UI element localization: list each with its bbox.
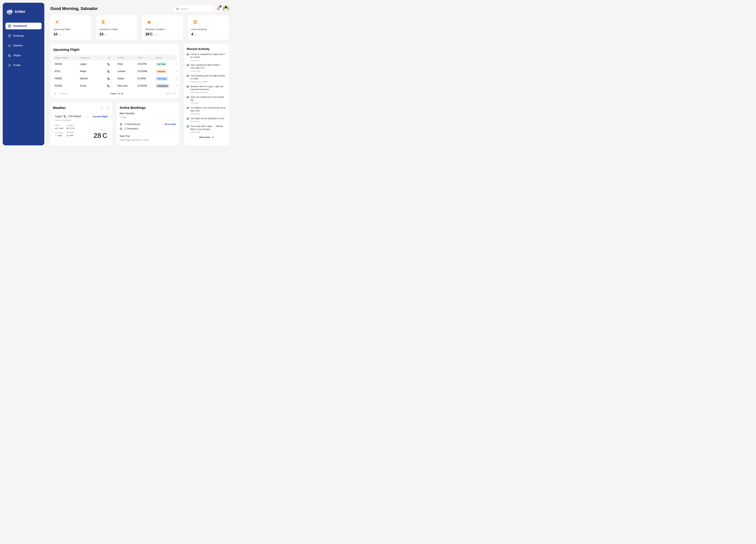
flight-number: AR204 (55, 63, 80, 65)
weather-title: Weather (53, 106, 100, 110)
activity-item: Weather alert for Lagos: Light rain expe… (187, 85, 226, 94)
activity-time: Yesterday at 2:09PM (190, 81, 226, 83)
stat-card-checked-in: Checked-in Flight 23 Flight (96, 15, 137, 40)
all-on-time-note: All on time (165, 123, 176, 125)
stat-cards: Upcoming Flight 10 Flight Checked-in Fli… (50, 15, 229, 40)
row-menu-button[interactable] (173, 70, 180, 73)
page-indicator: Page 1 of 10 (69, 92, 164, 95)
activity-item: You added a new international trip to Ne… (187, 106, 226, 115)
departure-city: Nairobi (80, 77, 104, 80)
sun-cloud-gradient-icon (145, 18, 153, 25)
next-label[interactable]: Next (166, 92, 171, 95)
table-row[interactable]: SG302 Accra New york 11:55AM Scheduled (53, 82, 177, 90)
previous-label[interactable]: Previous (59, 92, 68, 95)
sidebar-item-label: Profile (13, 64, 21, 67)
main-number-label: Main Number: (120, 112, 176, 115)
row-menu-button[interactable] (173, 84, 180, 88)
status-badge: Scheduled (156, 84, 169, 88)
sidebar-item-label: Dashboard (13, 24, 27, 28)
upcoming-flight-title: Upcoming Flight (53, 48, 177, 52)
degree-symbol: ° (101, 129, 102, 132)
stat-title: Upcoming Flight (53, 28, 88, 31)
next-trip-label: Next Trip: (120, 135, 176, 138)
bullet-icon (187, 64, 189, 66)
app-name: AirNet (15, 10, 25, 14)
stat-suffix: Trips (193, 34, 197, 36)
visibility-label: Visibility (67, 124, 85, 127)
previous-page-button[interactable] (53, 91, 57, 96)
domestics-count: 2 Domestics (125, 127, 138, 130)
table-row[interactable]: KS11 Abuja London 10:20AM Delayed (53, 68, 177, 75)
uv-label: UV Index (55, 132, 67, 134)
arrival-city: Paris (117, 63, 137, 65)
plane-icon (104, 56, 117, 59)
sidebar-item-flights[interactable]: Flights (5, 52, 42, 59)
sidebar-item-weather[interactable]: Weather (5, 42, 42, 49)
col-departure: Departure (80, 56, 104, 59)
wind-label: Wind (55, 124, 67, 127)
sidebar-item-dashboard[interactable]: Dashboard (5, 23, 42, 29)
bullet-icon (187, 75, 189, 77)
weather-city: Lagos (55, 115, 62, 118)
stat-title: Weather Condition (145, 28, 180, 31)
active-bookings-title: Active Bookings (120, 106, 176, 110)
arrow-right-icon (212, 136, 214, 139)
flight-number: FN893 (55, 77, 80, 80)
sidebar-item-bookings[interactable]: Bookings (5, 33, 42, 39)
notification-badge: 3 (219, 5, 222, 8)
stat-value: 10 (53, 32, 57, 36)
activity-item: Price drop alert: Lagos → Nairobi flight… (187, 125, 226, 134)
activity-text: Price drop alert: Lagos → Nairobi flight… (190, 125, 226, 131)
plane-landing-icon (8, 54, 11, 57)
degree-symbol: ° (149, 33, 150, 35)
activity-text: You added a new international trip to Ne… (190, 106, 226, 112)
next-trip-value: Dubai flight departs in 3 days (120, 139, 176, 141)
plane-landing-icon (104, 63, 117, 66)
flight-time: 3:45 PM (137, 63, 156, 65)
activity-time: 1/11/2025 (190, 102, 226, 104)
row-menu-button[interactable] (173, 77, 180, 80)
stat-suffix: Sunny (153, 34, 158, 36)
user-avatar[interactable] (223, 5, 229, 12)
search-input[interactable] (180, 8, 211, 10)
activity-text: Check-in completed for flight KS117 to L… (190, 53, 226, 59)
arrival-city: London (117, 70, 137, 73)
weather-prev-button[interactable] (100, 106, 104, 110)
humidity-metric: Humidity 44% (67, 132, 85, 137)
sidebar-item-profile[interactable]: Profile (5, 62, 42, 69)
bullet-icon (187, 125, 189, 127)
weather-card: Lagos LOS Airport Current Flight Sunny •… (53, 112, 110, 141)
humidity-icon (67, 135, 69, 137)
weather-next-button[interactable] (106, 106, 110, 110)
dashboard-page: AirNet Dashboard Bookings Weather Flight… (0, 0, 237, 148)
activity-text: Seat 14A confirmed for your Dubai trip. (190, 96, 226, 102)
suitcase-gradient-icon (99, 18, 107, 25)
status-badge: On Time (156, 62, 167, 66)
col-arrival: Arrival (117, 56, 137, 59)
next-page-button[interactable] (172, 91, 176, 96)
row-menu-button[interactable] (173, 62, 180, 66)
view-more-link[interactable]: View more (187, 136, 226, 139)
table-header: Flight Number Departure Arrival Time Sta… (53, 55, 177, 60)
recent-activity-panel: Recent Activity Check-in completed for f… (184, 44, 229, 146)
visibility-metric: Visibility 5.3 mi (67, 124, 85, 129)
col-status: Status (156, 56, 173, 59)
activity-time: 2 hours ao (190, 59, 226, 62)
flight-time: 11:55AM (137, 85, 156, 87)
departure-city: Accra (80, 85, 104, 87)
current-flight-link[interactable]: Current Flight (93, 115, 108, 118)
table-row[interactable]: FN893 Nairobi Dubai 8:15AM Boarding (53, 75, 177, 82)
uv-value: High (58, 134, 62, 137)
wind-value: 2 mph (58, 127, 63, 129)
weather-airport: LOS Airport (68, 115, 81, 118)
activity-time: 3 hours ago (190, 70, 226, 72)
notifications-button[interactable]: 3 (215, 5, 222, 12)
table-row[interactable]: AR204 Lagos Paris 3:45 PM On Time (53, 60, 177, 68)
stat-title: Active Booking (191, 28, 226, 31)
main-number-value: 4 Trips (120, 116, 176, 119)
stat-unit: C (150, 32, 153, 36)
arrival-city: New york (117, 85, 137, 87)
visibility-icon (67, 127, 69, 129)
activity-item: Your flight AX418 departed on time. 28/1… (187, 117, 226, 123)
active-bookings-panel: Active Bookings Main Number: 4 Trips 2 I… (117, 103, 179, 146)
